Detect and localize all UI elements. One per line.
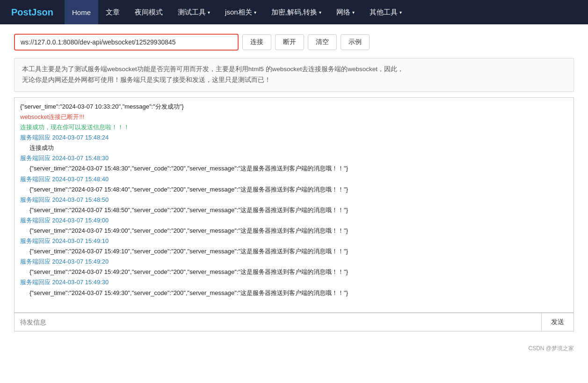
- chevron-down-icon: ▾: [352, 10, 355, 15]
- log-line: {"server_time":"2024-03-07 15:48:50","se…: [20, 205, 568, 215]
- info-line-2: 无论你是内网还是外网都可使用！服务端只是实现了接受和发送，这里只是测试而已！: [22, 75, 566, 86]
- connect-button[interactable]: 连接: [242, 34, 271, 50]
- chevron-down-icon: ▾: [319, 10, 321, 15]
- log-line: {"server_time":"2024-03-07 15:49:10","se…: [20, 246, 568, 257]
- info-box: 本工具主要是为了测试服务端websocket功能是否完善可用而开发，主要是利用h…: [14, 58, 574, 92]
- log-line: 服务端回应 2024-03-07 15:49:00: [20, 215, 568, 226]
- chevron-down-icon: ▾: [208, 10, 210, 15]
- url-bar: 连接 断开 清空 示例: [14, 34, 574, 51]
- send-button[interactable]: 发送: [541, 313, 573, 331]
- log-line: 服务端回应 2024-03-07 15:48:50: [20, 195, 568, 205]
- log-line: websocket连接已断开!!!: [20, 112, 568, 122]
- chevron-down-icon: ▾: [399, 10, 402, 15]
- nav-json[interactable]: json相关 ▾: [218, 0, 264, 24]
- log-line: 连接成功，现在你可以发送信息啦！！！: [20, 122, 568, 133]
- log-line: 服务端回应 2024-03-07 15:49:30: [20, 277, 568, 287]
- websocket-url-input[interactable]: [14, 34, 239, 51]
- chevron-down-icon: ▾: [254, 10, 256, 15]
- nav-other-tools[interactable]: 其他工具 ▾: [362, 0, 409, 24]
- send-bar: 发送: [14, 313, 574, 331]
- example-button[interactable]: 示例: [341, 34, 370, 50]
- nav-network[interactable]: 网络 ▾: [329, 0, 362, 24]
- nav-test-tools[interactable]: 测试工具 ▾: [170, 0, 218, 24]
- log-line: 服务端回应 2024-03-07 15:49:20: [20, 257, 568, 267]
- log-line: {"server_time":"2024-03-07 15:49:20","se…: [20, 267, 568, 277]
- send-input[interactable]: [15, 313, 541, 331]
- info-line-1: 本工具主要是为了测试服务端websocket功能是否完善可用而开发，主要是利用h…: [22, 64, 566, 75]
- log-line: {"server_time":"2024-03-07 15:49:00","se…: [20, 226, 568, 236]
- footer: CSDN @梦境之家: [0, 341, 588, 356]
- log-line: {"server_time":"2024-03-07 15:49:30","se…: [20, 288, 568, 298]
- log-line: {"server_time":"2024-03-07 15:48:40","se…: [20, 184, 568, 195]
- disconnect-button[interactable]: 断开: [275, 34, 304, 50]
- main-content: 连接 断开 清空 示例 本工具主要是为了测试服务端websocket功能是否完善…: [0, 24, 588, 341]
- log-line: {"server_time":"2024-03-07 10:33:20","me…: [20, 102, 568, 112]
- log-area[interactable]: {"server_time":"2024-03-07 10:33:20","me…: [14, 97, 574, 313]
- navbar: PostJson Home 文章 夜间模式 测试工具 ▾ json相关 ▾ 加密…: [0, 0, 588, 24]
- nav-encode[interactable]: 加密,解码,转换 ▾: [264, 0, 329, 24]
- log-line: 服务端回应 2024-03-07 15:48:40: [20, 174, 568, 184]
- log-line: 连接成功: [20, 143, 568, 153]
- nav-darkmode[interactable]: 夜间模式: [127, 0, 170, 24]
- log-line: 服务端回应 2024-03-07 15:48:24: [20, 133, 568, 143]
- log-line: {"server_time":"2024-03-07 15:48:30","se…: [20, 163, 568, 174]
- nav-home[interactable]: Home: [65, 0, 98, 24]
- clear-button[interactable]: 清空: [308, 34, 337, 50]
- footer-text: CSDN @梦境之家: [528, 345, 574, 352]
- nav-articles[interactable]: 文章: [98, 0, 127, 24]
- log-line: 服务端回应 2024-03-07 15:49:10: [20, 236, 568, 246]
- brand: PostJson: [0, 0, 65, 24]
- log-line: 服务端回应 2024-03-07 15:48:30: [20, 153, 568, 163]
